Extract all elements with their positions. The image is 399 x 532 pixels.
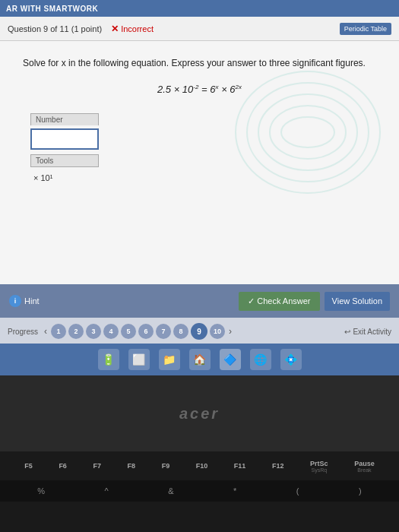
- progress-prev-button[interactable]: ‹: [43, 326, 49, 337]
- hint-icon: i: [9, 295, 21, 307]
- equation-display: 2.5 × 10-2 = 6x × 62x: [23, 84, 376, 95]
- special-caret[interactable]: ^: [105, 486, 109, 496]
- progress-label: Progress: [8, 328, 38, 336]
- fkey-prtsc[interactable]: PrtSc SysRq: [310, 460, 328, 473]
- taskbar-home-icon[interactable]: 🏠: [189, 349, 211, 370]
- app-name: AR WITH SMARTWORK: [6, 5, 98, 13]
- special-lparen[interactable]: (: [296, 486, 299, 496]
- main-content: Question 9 of 11 (1 point) ✕ Incorrect P…: [0, 17, 399, 344]
- taskbar-folder-icon[interactable]: 📁: [159, 349, 180, 370]
- check-answer-label: ✓ Check Answer: [248, 296, 310, 306]
- header-left: Question 9 of 11 (1 point) ✕ Incorrect: [8, 24, 154, 34]
- special-char-row: % ^ & * ( ): [0, 480, 399, 502]
- fkey-f12[interactable]: F12: [272, 462, 284, 470]
- fkey-f9[interactable]: F9: [162, 462, 170, 470]
- progress-bar: Progress ‹ 1 2 3 4 5 6 7 8 9 10 › ↩ Exit…: [0, 318, 399, 344]
- progress-step-5[interactable]: 5: [121, 324, 136, 339]
- content-body: Solve for x in the following equation. E…: [0, 41, 399, 284]
- right-buttons: ✓ Check Answer View Solution: [239, 292, 390, 311]
- question-label: Question 9 of 11 (1 point): [8, 24, 102, 33]
- progress-step-3[interactable]: 3: [86, 324, 101, 339]
- progress-next-button[interactable]: ›: [227, 326, 233, 337]
- taskbar-settings-icon[interactable]: 💠: [280, 349, 302, 370]
- incorrect-badge: ✕ Incorrect: [111, 24, 154, 34]
- hint-label: Hint: [24, 296, 40, 306]
- fkey-f11[interactable]: F11: [234, 462, 246, 470]
- exit-icon: ↩: [344, 328, 350, 336]
- special-ampersand[interactable]: &: [168, 486, 173, 496]
- number-label: Number: [30, 113, 99, 125]
- fkey-f6[interactable]: F6: [59, 462, 67, 470]
- top-bar: AR WITH SMARTWORK: [0, 0, 399, 17]
- number-input[interactable]: [30, 128, 99, 150]
- taskbar: 🔋 ⬜ 📁 🏠 🔷 🌐 💠: [0, 344, 399, 375]
- question-header: Question 9 of 11 (1 point) ✕ Incorrect P…: [0, 17, 399, 41]
- taskbar-battery-icon[interactable]: 🔋: [98, 349, 119, 370]
- exit-activity-button[interactable]: ↩ Exit Activity: [344, 328, 391, 336]
- taskbar-window-icon[interactable]: ⬜: [128, 349, 150, 370]
- acer-logo: acer: [179, 405, 220, 423]
- question-instruction: Solve for x in the following equation. E…: [23, 56, 376, 70]
- check-answer-button[interactable]: ✓ Check Answer: [239, 292, 319, 311]
- tools-label[interactable]: Tools: [30, 154, 99, 167]
- function-key-row: F5 F6 F7 F8 F9 F10 F11 F12 PrtSc SysRq P…: [0, 451, 399, 480]
- progress-step-1[interactable]: 1: [51, 324, 66, 339]
- progress-step-4[interactable]: 4: [103, 324, 119, 339]
- progress-step-10[interactable]: 10: [210, 324, 225, 339]
- progress-step-2[interactable]: 2: [68, 324, 84, 339]
- taskbar-browser-icon[interactable]: 🌐: [250, 349, 271, 370]
- special-percent[interactable]: %: [37, 486, 45, 496]
- fkey-pause[interactable]: Pause Break: [354, 460, 375, 473]
- fkey-f10[interactable]: F10: [196, 462, 208, 470]
- progress-step-8[interactable]: 8: [173, 324, 188, 339]
- incorrect-text: Incorrect: [121, 24, 154, 33]
- progress-step-6[interactable]: 6: [138, 324, 154, 339]
- answer-section: Number Tools × 10¹: [30, 113, 376, 182]
- fkey-f8[interactable]: F8: [128, 462, 136, 470]
- progress-step-7[interactable]: 7: [156, 324, 171, 339]
- exit-label: Exit Activity: [353, 328, 391, 336]
- periodic-table-button[interactable]: Periodic Table: [340, 23, 391, 35]
- progress-step-9[interactable]: 9: [191, 323, 207, 340]
- view-solution-label: View Solution: [332, 296, 382, 306]
- fkey-f7[interactable]: F7: [93, 462, 101, 470]
- taskbar-app-icon[interactable]: 🔷: [220, 349, 241, 370]
- progress-nav: ‹ 1 2 3 4 5 6 7 8 9 10 ›: [43, 323, 338, 340]
- special-rparen[interactable]: ): [359, 486, 362, 496]
- fkey-f5[interactable]: F5: [24, 462, 33, 470]
- laptop-body: acer: [0, 375, 399, 451]
- incorrect-x-icon: ✕: [111, 24, 119, 34]
- special-asterisk[interactable]: *: [233, 486, 236, 496]
- action-bar: i Hint ✓ Check Answer View Solution: [0, 284, 399, 318]
- power-label: × 10¹: [33, 173, 376, 182]
- hint-button[interactable]: i Hint: [9, 295, 40, 307]
- view-solution-button[interactable]: View Solution: [325, 292, 390, 311]
- eq-part1: 2.5 × 10-2 = 6x × 62x: [157, 84, 242, 95]
